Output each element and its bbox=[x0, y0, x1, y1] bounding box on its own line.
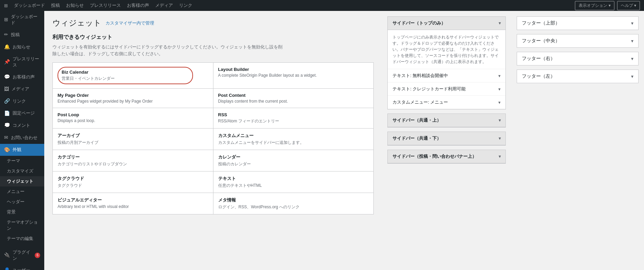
comments-icon: 💭 bbox=[4, 122, 10, 129]
dashboard-link[interactable]: ダッシュボード bbox=[14, 2, 45, 9]
widget-name-tag-cloud: タグクラウド bbox=[58, 176, 208, 182]
footer-top-chevron: ▾ bbox=[631, 20, 633, 26]
sidebar-label-contact: お問い合わせ bbox=[11, 135, 37, 141]
widget-name-my-page-order: My Page Order bbox=[58, 93, 208, 98]
sidebar-sub-header[interactable]: ヘッダー bbox=[0, 197, 44, 207]
sidebar-sub-menus[interactable]: メニュー bbox=[0, 186, 44, 197]
widget-layout-builder[interactable]: Layout Builder A complete SiteOrigin Pag… bbox=[213, 63, 374, 88]
widget-meta[interactable]: メタ情報 ログイン、RSS、WordPress.org へのリンク bbox=[213, 193, 374, 214]
widget-visual-editor[interactable]: ビジュアルエディター Arbitrary text or HTML with v… bbox=[53, 193, 213, 214]
media-link[interactable]: メディア bbox=[155, 2, 173, 9]
widget-rss[interactable]: RSS RSS/Atom フィードのエントリー bbox=[213, 108, 374, 128]
widget-name-layout-builder: Layout Builder bbox=[218, 67, 369, 72]
posts-link[interactable]: 投稿 bbox=[51, 2, 60, 9]
sidebar-item-appearance[interactable]: 🎨 外観 bbox=[0, 144, 44, 156]
sidebar-sub-widgets[interactable]: ウィジェット bbox=[0, 176, 44, 186]
widget-category[interactable]: カテゴリー カテゴリーのリストやドロップダウン bbox=[53, 150, 213, 171]
sidebar-item-voice[interactable]: 💬 お客様の声 bbox=[0, 71, 44, 83]
sidebar-item-media[interactable]: 🖼 メディア bbox=[0, 83, 44, 95]
display-options-button[interactable]: 表示オプション ▾ bbox=[575, 1, 614, 10]
sidebar-item-posts[interactable]: ✏ 投稿 bbox=[0, 29, 44, 41]
footer-middle-panel: フッター（中央） ▾ bbox=[517, 34, 639, 48]
sidebar-label-links: リンク bbox=[13, 98, 26, 104]
sidebar-top-header[interactable]: サイドバー（トップのみ） ▾ bbox=[388, 17, 505, 30]
users-icon: 👤 bbox=[4, 267, 10, 270]
sidebar-item-contact[interactable]: ✉ お問い合わせ bbox=[0, 132, 44, 144]
sidebar-label-news: お知らせ bbox=[13, 44, 30, 50]
news-link[interactable]: お知らせ bbox=[66, 2, 84, 9]
widget-custom-menu[interactable]: カスタムメニュー カスタムメニューをサイドバーに追加します。 bbox=[213, 129, 374, 150]
sidebar-panels: サイドバー（トップのみ） ▾ トップページにのみ表示されるサイドバーウィジェット… bbox=[382, 11, 511, 270]
sidebar-item-dashboard[interactable]: ⊞ ダッシュボード bbox=[0, 11, 44, 29]
widget-biz-calendar[interactable]: Biz Calendar 営業日・イベントカレンダー bbox=[53, 63, 213, 88]
footer-middle-header[interactable]: フッター（中央） ▾ bbox=[517, 34, 638, 47]
widget-desc-custom-menu: カスタムメニューをサイドバーに追加します。 bbox=[218, 140, 369, 146]
footer-top-header[interactable]: フッター（上部） ▾ bbox=[517, 17, 638, 30]
widget-name-biz-calendar: Biz Calendar bbox=[62, 70, 189, 75]
sidebar-top-widget-1[interactable]: テキスト: クレジットカード利用可能 ▾ bbox=[388, 82, 505, 96]
widget-name-visual-editor: ビジュアルエディター bbox=[58, 197, 208, 203]
widget-name-category: カテゴリー bbox=[58, 154, 208, 160]
sidebar-sub-theme-editor[interactable]: テーマの編集 bbox=[0, 234, 44, 244]
footer-panels: フッター（上部） ▾ フッター（中央） ▾ フッター（右） ▾ フッター（左） bbox=[511, 11, 644, 270]
voice-link[interactable]: お客様の声 bbox=[127, 2, 149, 9]
sidebar-top-widget-0[interactable]: テキスト: 無料相談会開催中 ▾ bbox=[388, 69, 505, 82]
sidebar-item-news[interactable]: 🔔 お知らせ bbox=[0, 41, 44, 53]
sidebar-item-plugins[interactable]: 🔌 プラグイン 6 bbox=[0, 246, 44, 264]
pressrelease-link[interactable]: プレスリリース bbox=[90, 2, 121, 9]
page-header: ウィジェット カスタマイザー内で管理 bbox=[52, 18, 374, 28]
sidebar-common-top-header[interactable]: サイドバー（共通・上） ▾ bbox=[388, 114, 505, 127]
sidebar-sub-background[interactable]: 背景 bbox=[0, 207, 44, 217]
sidebar-item-comments[interactable]: 💭 コメント bbox=[0, 119, 44, 132]
sidebar-common-top-title: サイドバー（共通・上） bbox=[392, 117, 441, 123]
sidebar-common-top-panel: サイドバー（共通・上） ▾ bbox=[387, 114, 506, 127]
sidebar-common-bottom-chevron: ▾ bbox=[499, 136, 501, 141]
widget-post-content[interactable]: Post Content Displays content from the c… bbox=[213, 89, 374, 108]
widget-tag-cloud[interactable]: タグクラウド タグクラウド bbox=[53, 171, 213, 193]
footer-left-panel: フッター（左） ▾ bbox=[517, 70, 639, 83]
widget-desc-post-content: Displays content from the current post. bbox=[218, 99, 369, 104]
widget-archive[interactable]: アーカイブ 投稿の月別アーカイブ bbox=[53, 129, 213, 150]
footer-top-title: フッター（上部） bbox=[522, 20, 560, 26]
available-widgets-description: ウィジェットを有効化するにはサイドバーにドラッグするかクリックしてください。ウィ… bbox=[52, 44, 284, 57]
page-title: ウィジェット bbox=[52, 18, 101, 28]
widget-calendar[interactable]: カレンダー 投稿のカレンダー bbox=[213, 150, 374, 171]
three-col-layout: ウィジェット カスタマイザー内で管理 利用できるウィジェット ウィジェットを有効… bbox=[44, 11, 644, 270]
help-button[interactable]: ヘルプ ▾ bbox=[617, 1, 640, 10]
link-link[interactable]: リンク bbox=[179, 2, 192, 9]
media-icon: 🖼 bbox=[4, 86, 9, 93]
widget-post-loop[interactable]: Post Loop Displays a post loop. bbox=[53, 108, 213, 128]
sidebar-item-pressrelease[interactable]: 📌 プレスリリース bbox=[0, 53, 44, 71]
main-layout: ⊞ ダッシュボード ✏ 投稿 🔔 お知らせ 📌 プレスリリース 💬 お客様の声 … bbox=[0, 11, 644, 270]
widget-name-rss: RSS bbox=[218, 112, 369, 117]
sidebar-post-inquiry-header[interactable]: サイドバー（投稿・問い合わせバナー上） ▾ bbox=[388, 150, 505, 163]
sidebar-sub-theme-options[interactable]: テーマオプション bbox=[0, 217, 44, 234]
sidebar-item-links[interactable]: 🔗 リンク bbox=[0, 95, 44, 107]
widgets-grid: Biz Calendar 営業日・イベントカレンダー Layout Builde… bbox=[52, 62, 374, 214]
dashboard-icon: ⊞ bbox=[4, 16, 8, 23]
sidebar-top-widget-2[interactable]: カスタムメニュー: メニュー ▾ bbox=[388, 96, 505, 109]
widget-name-text: テキスト bbox=[218, 176, 369, 182]
top-bar-right: 表示オプション ▾ ヘルプ ▾ bbox=[575, 1, 640, 10]
sidebar-item-pages[interactable]: 📄 固定ページ bbox=[0, 107, 44, 120]
sidebar-item-users[interactable]: 👤 ユーザー bbox=[0, 264, 44, 270]
available-widgets-title: 利用できるウィジェット bbox=[52, 34, 374, 41]
appearance-icon: 🎨 bbox=[4, 147, 10, 153]
sidebar-top-widget-chevron-2: ▾ bbox=[498, 100, 501, 105]
sidebar-label-media: メディア bbox=[12, 86, 29, 92]
sidebar-top-widget-label-0: テキスト: 無料相談会開催中 bbox=[392, 73, 448, 79]
pages-icon: 📄 bbox=[4, 110, 10, 117]
sidebar-sub-theme[interactable]: テーマ bbox=[0, 156, 44, 166]
widget-text[interactable]: テキスト 任意のテキストやHTML bbox=[213, 171, 374, 193]
customize-link[interactable]: カスタマイザー内で管理 bbox=[106, 20, 154, 26]
sidebar-sub-customize[interactable]: カスタマイズ bbox=[0, 166, 44, 176]
sidebar-top-panel: サイドバー（トップのみ） ▾ トップページにのみ表示されるサイドバーウィジェット… bbox=[387, 16, 506, 109]
footer-right-header[interactable]: フッター（右） ▾ bbox=[517, 52, 638, 65]
sidebar-top-widget-chevron-1: ▾ bbox=[498, 87, 501, 92]
sidebar-common-bottom-header[interactable]: サイドバー（共通・下） ▾ bbox=[388, 132, 505, 145]
footer-left-chevron: ▾ bbox=[631, 74, 633, 79]
footer-left-header[interactable]: フッター（左） ▾ bbox=[517, 70, 638, 83]
widget-my-page-order[interactable]: My Page Order Enhanced Pages widget prov… bbox=[53, 89, 213, 108]
wp-logo[interactable]: ⊞ bbox=[4, 3, 8, 8]
widget-desc-archive: 投稿の月別アーカイブ bbox=[58, 140, 208, 146]
